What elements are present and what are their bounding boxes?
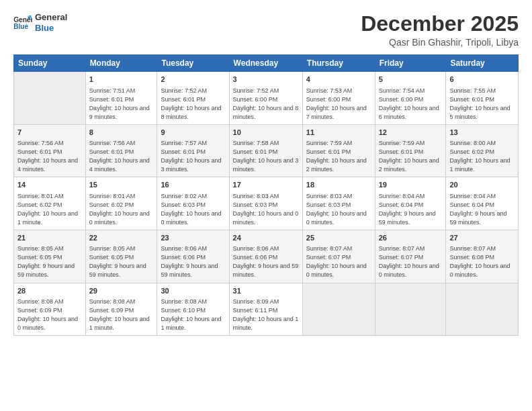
day-number: 17 [233, 180, 299, 190]
day-number: 30 [161, 286, 225, 296]
day-cell: 28Sunrise: 8:08 AMSunset: 6:09 PMDayligh… [14, 283, 86, 336]
day-info: Sunrise: 8:06 AMSunset: 6:06 PMDaylight:… [161, 244, 225, 279]
day-info: Sunrise: 8:01 AMSunset: 6:02 PMDaylight:… [17, 192, 82, 227]
day-number: 12 [379, 128, 443, 138]
day-info: Sunrise: 8:07 AMSunset: 6:07 PMDaylight:… [306, 244, 371, 279]
svg-text:Blue: Blue [13, 23, 28, 30]
day-number: 8 [89, 128, 154, 138]
week-row-1: 1Sunrise: 7:51 AMSunset: 6:01 PMDaylight… [14, 72, 519, 125]
day-number: 14 [17, 180, 82, 190]
month-title: December 2025 [361, 12, 519, 36]
day-number: 9 [161, 128, 225, 138]
day-number: 27 [449, 233, 515, 243]
day-cell: 12Sunrise: 7:59 AMSunset: 6:01 PMDayligh… [375, 124, 446, 177]
day-number: 28 [17, 286, 82, 296]
day-info: Sunrise: 8:05 AMSunset: 6:05 PMDaylight:… [17, 244, 82, 279]
day-number: 13 [449, 128, 515, 138]
logo-blue: Blue [35, 23, 67, 34]
day-cell: 4Sunrise: 7:53 AMSunset: 6:00 PMDaylight… [302, 72, 375, 125]
day-info: Sunrise: 7:52 AMSunset: 6:01 PMDaylight:… [161, 87, 225, 122]
day-info: Sunrise: 8:03 AMSunset: 6:03 PMDaylight:… [306, 192, 371, 227]
day-cell: 19Sunrise: 8:04 AMSunset: 6:04 PMDayligh… [375, 177, 446, 230]
day-cell: 18Sunrise: 8:03 AMSunset: 6:03 PMDayligh… [302, 177, 375, 230]
week-row-5: 28Sunrise: 8:08 AMSunset: 6:09 PMDayligh… [14, 283, 519, 336]
day-cell: 3Sunrise: 7:52 AMSunset: 6:00 PMDaylight… [229, 72, 302, 125]
weekday-saturday: Saturday [446, 55, 519, 72]
day-info: Sunrise: 7:54 AMSunset: 6:00 PMDaylight:… [379, 87, 443, 122]
day-info: Sunrise: 7:59 AMSunset: 6:01 PMDaylight:… [379, 139, 443, 174]
day-number: 7 [17, 128, 82, 138]
day-cell: 23Sunrise: 8:06 AMSunset: 6:06 PMDayligh… [157, 230, 229, 283]
week-row-4: 21Sunrise: 8:05 AMSunset: 6:05 PMDayligh… [14, 230, 519, 283]
day-info: Sunrise: 7:56 AMSunset: 6:01 PMDaylight:… [89, 139, 154, 174]
day-info: Sunrise: 7:59 AMSunset: 6:01 PMDaylight:… [306, 139, 371, 174]
day-cell: 1Sunrise: 7:51 AMSunset: 6:01 PMDaylight… [85, 72, 157, 125]
day-info: Sunrise: 8:09 AMSunset: 6:11 PMDaylight:… [233, 298, 299, 332]
day-cell [302, 283, 375, 336]
day-cell: 29Sunrise: 8:08 AMSunset: 6:09 PMDayligh… [85, 283, 157, 336]
day-info: Sunrise: 8:07 AMSunset: 6:07 PMDaylight:… [379, 244, 443, 279]
day-info: Sunrise: 7:53 AMSunset: 6:00 PMDaylight:… [306, 87, 371, 122]
day-info: Sunrise: 7:57 AMSunset: 6:01 PMDaylight:… [161, 139, 225, 174]
day-cell [446, 283, 519, 336]
day-info: Sunrise: 7:58 AMSunset: 6:01 PMDaylight:… [233, 139, 299, 174]
day-number: 26 [379, 233, 443, 243]
day-cell: 13Sunrise: 8:00 AMSunset: 6:02 PMDayligh… [446, 124, 519, 177]
day-cell: 11Sunrise: 7:59 AMSunset: 6:01 PMDayligh… [302, 124, 375, 177]
weekday-friday: Friday [375, 55, 446, 72]
day-cell: 16Sunrise: 8:02 AMSunset: 6:03 PMDayligh… [157, 177, 229, 230]
day-number: 1 [89, 75, 154, 85]
day-number: 18 [306, 180, 371, 190]
day-number: 3 [233, 75, 299, 85]
day-number: 19 [379, 180, 443, 190]
day-cell: 9Sunrise: 7:57 AMSunset: 6:01 PMDaylight… [157, 124, 229, 177]
day-info: Sunrise: 8:04 AMSunset: 6:04 PMDaylight:… [449, 192, 515, 227]
day-number: 16 [161, 180, 225, 190]
week-row-3: 14Sunrise: 8:01 AMSunset: 6:02 PMDayligh… [14, 177, 519, 230]
day-cell: 20Sunrise: 8:04 AMSunset: 6:04 PMDayligh… [446, 177, 519, 230]
day-number: 4 [306, 75, 371, 85]
day-cell: 22Sunrise: 8:05 AMSunset: 6:05 PMDayligh… [85, 230, 157, 283]
day-cell [375, 283, 446, 336]
day-cell: 14Sunrise: 8:01 AMSunset: 6:02 PMDayligh… [14, 177, 86, 230]
logo-general: General [35, 12, 67, 23]
day-cell: 21Sunrise: 8:05 AMSunset: 6:05 PMDayligh… [14, 230, 86, 283]
calendar: SundayMondayTuesdayWednesdayThursdayFrid… [13, 54, 519, 336]
day-number: 2 [161, 75, 225, 85]
day-info: Sunrise: 8:05 AMSunset: 6:05 PMDaylight:… [89, 244, 154, 279]
day-number: 23 [161, 233, 225, 243]
day-number: 31 [233, 286, 299, 296]
day-number: 29 [89, 286, 154, 296]
day-info: Sunrise: 7:51 AMSunset: 6:01 PMDaylight:… [89, 87, 154, 122]
day-number: 21 [17, 233, 82, 243]
day-info: Sunrise: 7:52 AMSunset: 6:00 PMDaylight:… [233, 87, 299, 122]
day-number: 22 [89, 233, 154, 243]
week-row-2: 7Sunrise: 7:56 AMSunset: 6:01 PMDaylight… [14, 124, 519, 177]
day-cell: 24Sunrise: 8:06 AMSunset: 6:06 PMDayligh… [229, 230, 302, 283]
day-number: 24 [233, 233, 299, 243]
day-cell: 25Sunrise: 8:07 AMSunset: 6:07 PMDayligh… [302, 230, 375, 283]
day-info: Sunrise: 7:55 AMSunset: 6:01 PMDaylight:… [449, 87, 515, 122]
day-info: Sunrise: 8:08 AMSunset: 6:09 PMDaylight:… [89, 298, 154, 332]
day-info: Sunrise: 8:06 AMSunset: 6:06 PMDaylight:… [233, 244, 299, 279]
location: Qasr Bin Ghashir, Tripoli, Libya [361, 37, 519, 48]
day-info: Sunrise: 8:03 AMSunset: 6:03 PMDaylight:… [233, 192, 299, 227]
day-number: 5 [379, 75, 443, 85]
day-cell: 30Sunrise: 8:08 AMSunset: 6:10 PMDayligh… [157, 283, 229, 336]
day-cell: 2Sunrise: 7:52 AMSunset: 6:01 PMDaylight… [157, 72, 229, 125]
day-info: Sunrise: 8:02 AMSunset: 6:03 PMDaylight:… [161, 192, 225, 227]
day-number: 11 [306, 128, 371, 138]
logo-icon: General Blue [13, 15, 32, 30]
day-info: Sunrise: 8:01 AMSunset: 6:02 PMDaylight:… [89, 192, 154, 227]
day-cell: 10Sunrise: 7:58 AMSunset: 6:01 PMDayligh… [229, 124, 302, 177]
weekday-wednesday: Wednesday [229, 55, 302, 72]
day-cell [14, 72, 86, 125]
day-info: Sunrise: 8:04 AMSunset: 6:04 PMDaylight:… [379, 192, 443, 227]
day-cell: 7Sunrise: 7:56 AMSunset: 6:01 PMDaylight… [14, 124, 86, 177]
day-info: Sunrise: 8:08 AMSunset: 6:09 PMDaylight:… [17, 298, 82, 332]
weekday-tuesday: Tuesday [157, 55, 229, 72]
weekday-thursday: Thursday [302, 55, 375, 72]
logo: General Blue General Blue [13, 12, 67, 33]
page: General Blue General Blue December 2025 … [0, 0, 532, 411]
day-number: 6 [449, 75, 515, 85]
